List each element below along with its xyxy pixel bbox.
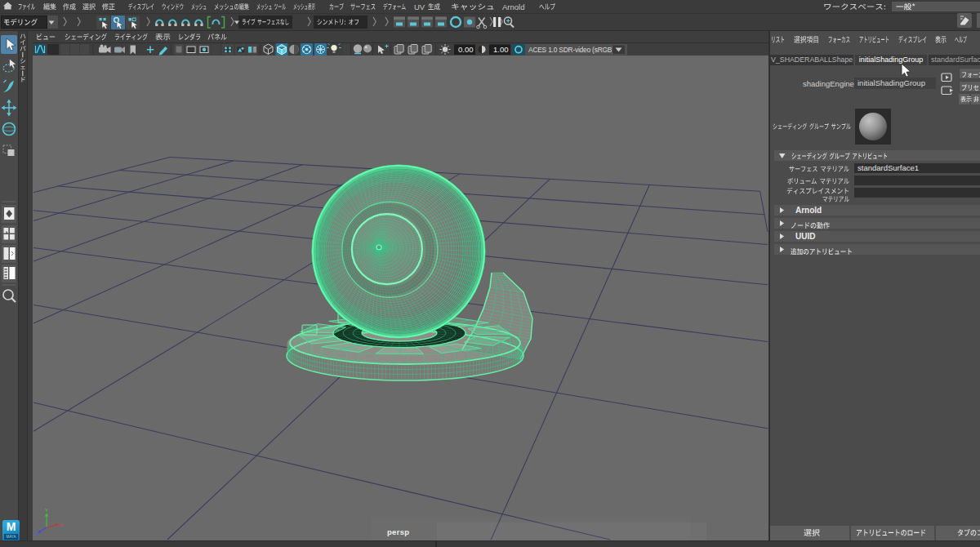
svg-text:1.00: 1.00 [493,45,509,54]
svg-text:ACES 1.0 SDR-video (sRGB): ACES 1.0 SDR-video (sRGB) [528,46,614,54]
svg-text:0.00: 0.00 [458,45,474,54]
svg-text:Arnold: Arnold [502,2,524,11]
svg-text:UV: UV [414,2,425,11]
